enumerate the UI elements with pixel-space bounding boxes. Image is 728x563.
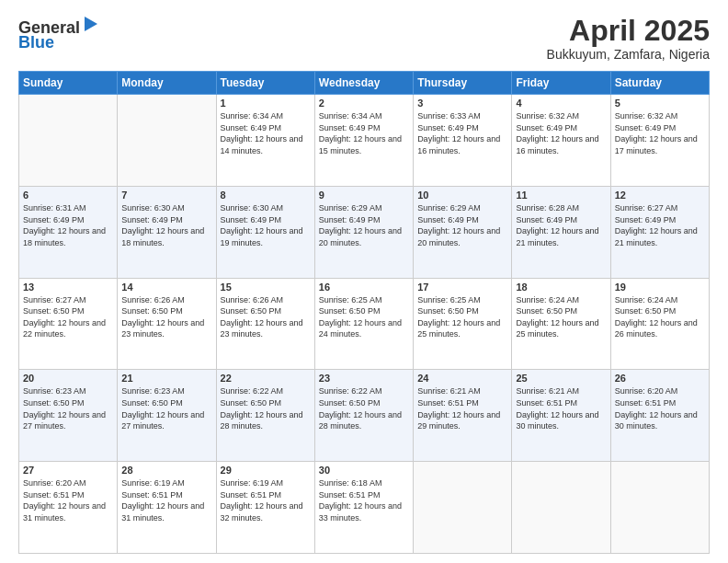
day-info: Sunrise: 6:24 AMSunset: 6:50 PMDaylight:… [516,294,606,340]
day-cell: 8Sunrise: 6:30 AMSunset: 6:49 PMDaylight… [216,186,314,278]
title-section: April 2025 Bukkuyum, Zamfara, Nigeria [547,15,710,62]
day-cell: 7Sunrise: 6:30 AMSunset: 6:49 PMDaylight… [118,186,216,278]
day-cell: 15Sunrise: 6:26 AMSunset: 6:50 PMDayligh… [216,278,314,370]
day-number: 7 [121,190,211,201]
day-number: 1 [221,98,311,109]
calendar-header-row: Sunday Monday Tuesday Wednesday Thursday… [19,72,710,95]
day-info: Sunrise: 6:32 AMSunset: 6:49 PMDaylight:… [615,110,705,156]
day-info: Sunrise: 6:23 AMSunset: 6:50 PMDaylight:… [121,385,211,431]
day-cell: 20Sunrise: 6:23 AMSunset: 6:50 PMDayligh… [19,370,118,462]
col-friday: Friday [512,72,610,95]
day-cell: 14Sunrise: 6:26 AMSunset: 6:50 PMDayligh… [118,278,216,370]
week-row-4: 20Sunrise: 6:23 AMSunset: 6:50 PMDayligh… [19,370,710,462]
day-info: Sunrise: 6:28 AMSunset: 6:49 PMDaylight:… [516,202,606,248]
day-cell: 30Sunrise: 6:18 AMSunset: 6:51 PMDayligh… [314,462,413,554]
day-cell: 12Sunrise: 6:27 AMSunset: 6:49 PMDayligh… [610,186,709,278]
day-number: 19 [615,282,705,293]
day-number: 30 [319,465,409,476]
day-number: 18 [516,282,606,293]
day-cell: 13Sunrise: 6:27 AMSunset: 6:50 PMDayligh… [19,278,118,370]
day-info: Sunrise: 6:19 AMSunset: 6:51 PMDaylight:… [221,477,311,523]
day-info: Sunrise: 6:29 AMSunset: 6:49 PMDaylight:… [417,202,507,248]
day-info: Sunrise: 6:29 AMSunset: 6:49 PMDaylight:… [319,202,409,248]
day-number: 23 [319,373,409,384]
day-cell: 5Sunrise: 6:32 AMSunset: 6:49 PMDaylight… [610,95,709,187]
day-cell: 29Sunrise: 6:19 AMSunset: 6:51 PMDayligh… [216,462,314,554]
logo-icon [81,15,101,35]
day-number: 14 [121,282,211,293]
col-wednesday: Wednesday [314,72,413,95]
day-number: 2 [319,98,409,109]
day-cell: 10Sunrise: 6:29 AMSunset: 6:49 PMDayligh… [414,186,512,278]
day-info: Sunrise: 6:22 AMSunset: 6:50 PMDaylight:… [221,385,311,431]
day-number: 9 [319,190,409,201]
day-cell: 22Sunrise: 6:22 AMSunset: 6:50 PMDayligh… [216,370,314,462]
day-info: Sunrise: 6:34 AMSunset: 6:49 PMDaylight:… [221,110,311,156]
day-number: 4 [516,98,606,109]
day-cell [512,462,610,554]
day-cell: 6Sunrise: 6:31 AMSunset: 6:49 PMDaylight… [19,186,118,278]
day-cell [414,462,512,554]
day-info: Sunrise: 6:34 AMSunset: 6:49 PMDaylight:… [319,110,409,156]
day-number: 24 [417,373,507,384]
day-cell: 25Sunrise: 6:21 AMSunset: 6:51 PMDayligh… [512,370,610,462]
day-number: 16 [319,282,409,293]
day-cell: 21Sunrise: 6:23 AMSunset: 6:50 PMDayligh… [118,370,216,462]
day-cell: 19Sunrise: 6:24 AMSunset: 6:50 PMDayligh… [610,278,709,370]
day-number: 22 [221,373,311,384]
day-cell: 24Sunrise: 6:21 AMSunset: 6:51 PMDayligh… [414,370,512,462]
day-cell [610,462,709,554]
day-cell: 16Sunrise: 6:25 AMSunset: 6:50 PMDayligh… [314,278,413,370]
day-cell: 27Sunrise: 6:20 AMSunset: 6:51 PMDayligh… [19,462,118,554]
week-row-1: 1Sunrise: 6:34 AMSunset: 6:49 PMDaylight… [19,95,710,187]
logo: General Blue [18,15,101,52]
day-cell: 9Sunrise: 6:29 AMSunset: 6:49 PMDaylight… [314,186,413,278]
day-number: 21 [121,373,211,384]
day-info: Sunrise: 6:26 AMSunset: 6:50 PMDaylight:… [121,294,211,340]
week-row-3: 13Sunrise: 6:27 AMSunset: 6:50 PMDayligh… [19,278,710,370]
day-number: 5 [615,98,705,109]
logo-blue: Blue [18,33,54,52]
day-number: 11 [516,190,606,201]
header: General Blue April 2025 Bukkuyum, Zamfar… [18,15,710,62]
day-info: Sunrise: 6:20 AMSunset: 6:51 PMDaylight:… [23,477,113,523]
day-cell [118,95,216,187]
col-tuesday: Tuesday [216,72,314,95]
day-number: 20 [23,373,113,384]
col-saturday: Saturday [610,72,709,95]
day-cell: 17Sunrise: 6:25 AMSunset: 6:50 PMDayligh… [414,278,512,370]
day-cell: 26Sunrise: 6:20 AMSunset: 6:51 PMDayligh… [610,370,709,462]
day-info: Sunrise: 6:23 AMSunset: 6:50 PMDaylight:… [23,385,113,431]
day-number: 3 [417,98,507,109]
day-number: 15 [221,282,311,293]
day-info: Sunrise: 6:24 AMSunset: 6:50 PMDaylight:… [615,294,705,340]
day-info: Sunrise: 6:27 AMSunset: 6:50 PMDaylight:… [23,294,113,340]
day-cell: 2Sunrise: 6:34 AMSunset: 6:49 PMDaylight… [314,95,413,187]
day-info: Sunrise: 6:33 AMSunset: 6:49 PMDaylight:… [417,110,507,156]
day-cell: 23Sunrise: 6:22 AMSunset: 6:50 PMDayligh… [314,370,413,462]
day-number: 12 [615,190,705,201]
page: General Blue April 2025 Bukkuyum, Zamfar… [0,0,728,563]
day-number: 10 [417,190,507,201]
day-number: 27 [23,465,113,476]
day-cell: 1Sunrise: 6:34 AMSunset: 6:49 PMDaylight… [216,95,314,187]
day-number: 26 [615,373,705,384]
day-cell [19,95,118,187]
svg-marker-0 [85,17,97,31]
day-number: 28 [121,465,211,476]
day-info: Sunrise: 6:31 AMSunset: 6:49 PMDaylight:… [23,202,113,248]
day-info: Sunrise: 6:27 AMSunset: 6:49 PMDaylight:… [615,202,705,248]
day-number: 29 [221,465,311,476]
col-thursday: Thursday [414,72,512,95]
day-info: Sunrise: 6:19 AMSunset: 6:51 PMDaylight:… [121,477,211,523]
week-row-5: 27Sunrise: 6:20 AMSunset: 6:51 PMDayligh… [19,462,710,554]
day-info: Sunrise: 6:25 AMSunset: 6:50 PMDaylight:… [417,294,507,340]
day-info: Sunrise: 6:32 AMSunset: 6:49 PMDaylight:… [516,110,606,156]
day-info: Sunrise: 6:20 AMSunset: 6:51 PMDaylight:… [615,385,705,431]
day-number: 13 [23,282,113,293]
day-number: 25 [516,373,606,384]
week-row-2: 6Sunrise: 6:31 AMSunset: 6:49 PMDaylight… [19,186,710,278]
day-info: Sunrise: 6:25 AMSunset: 6:50 PMDaylight:… [319,294,409,340]
day-info: Sunrise: 6:30 AMSunset: 6:49 PMDaylight:… [121,202,211,248]
day-cell: 28Sunrise: 6:19 AMSunset: 6:51 PMDayligh… [118,462,216,554]
